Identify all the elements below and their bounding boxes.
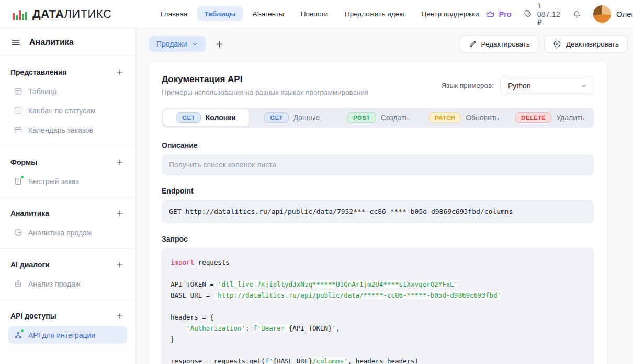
method-badge: GET — [264, 112, 289, 123]
sidebar-item[interactable]: Календарь заказов — [8, 121, 127, 139]
nav-item[interactable]: Центр поддержки — [414, 6, 485, 21]
code-line — [171, 301, 585, 312]
code-line: 'Authorization': f'Bearer {API_TOKEN}', — [171, 323, 585, 334]
menu-icon[interactable] — [10, 37, 21, 48]
method-badge: GET — [176, 112, 201, 123]
description-field[interactable]: Получить список колонок листа — [162, 154, 594, 175]
sidebar-item[interactable]: Анализ продаж — [8, 275, 127, 292]
coins-icon — [523, 9, 533, 19]
tab-label: Колонки — [206, 113, 236, 122]
top-header: ДАТАЛИТИКС ГлавнаяТаблицыAI-агентыНовост… — [0, 0, 633, 28]
sidebar-section: АналитикаАналитика продаж — [0, 198, 135, 249]
edit-button[interactable]: Редактировать — [460, 35, 539, 53]
page-title: Документация API — [162, 74, 368, 85]
user-name: Олег — [616, 9, 633, 18]
sidebar-section: ФормыБыстрый заказ — [0, 146, 135, 198]
sidebar-section-label: Формы — [10, 158, 37, 166]
sidebar-section: ПредставленияТаблицаКанбан по статусамКа… — [0, 56, 135, 146]
tab-delete[interactable]: DELETEУдалить — [507, 109, 593, 126]
view-tab-sales[interactable]: Продажи — [149, 36, 206, 52]
code-line: response = requests.get(f'{BASE_URL}/col… — [171, 356, 585, 364]
pencil-icon — [469, 40, 477, 48]
user-menu[interactable]: Олег — [593, 5, 633, 23]
code-line — [171, 268, 585, 279]
nav-item[interactable]: Предложить идею — [338, 6, 411, 21]
code-line: import requests — [171, 257, 585, 268]
workspace-title: Аналитика — [29, 38, 74, 47]
endpoint-label: Endpoint — [162, 187, 594, 195]
robot-icon — [14, 279, 22, 288]
tab-get[interactable]: GETДанные — [249, 109, 335, 126]
chevron-down-icon — [191, 41, 198, 48]
method-badge: DELETE — [515, 112, 551, 123]
sidebar-section-label: API доступы — [10, 312, 56, 320]
language-select[interactable]: Python — [500, 76, 594, 95]
code-line: } — [171, 334, 585, 345]
sidebar-item[interactable]: API для интеграции — [8, 326, 127, 344]
tab-patch[interactable]: PATCHОбновить — [421, 109, 507, 126]
balance[interactable]: 1 087.12 ₽ — [523, 2, 560, 27]
nav-item[interactable]: AI-агенты — [246, 6, 291, 21]
sidebar-item-label: Быстрый заказ — [28, 177, 79, 186]
plus-icon[interactable] — [115, 311, 125, 321]
sidebar-item[interactable]: Таблица — [8, 83, 127, 100]
request-code: import requests API_TOKEN = 'dtl_live_7K… — [162, 248, 594, 364]
code-line: API_TOKEN = 'dtl_live_7KjioltydJxNzq****… — [171, 279, 585, 290]
balance-value: 1 087.12 ₽ — [537, 2, 560, 27]
status-dot — [20, 175, 24, 179]
plus-icon[interactable] — [115, 67, 125, 77]
chevron-down-icon — [580, 82, 587, 89]
api-icon — [14, 331, 22, 339]
tab-post[interactable]: POSTСоздать — [335, 109, 421, 126]
code-line: BASE_URL = 'http://datalitics.ru/api/pub… — [171, 290, 585, 301]
nav-item[interactable]: Таблицы — [197, 6, 242, 21]
language-label: Язык примеров: — [442, 82, 494, 89]
plus-icon[interactable] — [115, 157, 125, 167]
doc-tabs: GETКолонкиGETДанныеPOSTСоздатьPATCHОбнов… — [162, 108, 594, 128]
app-logo[interactable]: ДАТАЛИТИКС — [13, 7, 133, 21]
kanban-icon — [14, 106, 22, 115]
bell-icon[interactable] — [572, 9, 582, 19]
plus-icon[interactable] — [115, 259, 125, 270]
code-line: headers = { — [171, 312, 585, 323]
sidebar-item-label: Таблица — [28, 87, 57, 96]
sidebar-item-label: Календарь заказов — [28, 126, 93, 134]
sidebar-section: AI диалогиАнализ продаж — [0, 249, 135, 300]
topbar-right: Pro 1 087.12 ₽ Олег — [485, 2, 633, 27]
deactivate-button-label: Деактивировать — [566, 40, 619, 48]
deactivate-button[interactable]: Деактивировать — [544, 35, 628, 53]
avatar — [593, 5, 611, 23]
deactivate-icon — [553, 40, 561, 48]
tab-label: Создать — [381, 113, 409, 122]
method-badge: PATCH — [429, 112, 461, 123]
sidebar-item-label: Аналитика продаж — [28, 229, 92, 237]
sidebar-item[interactable]: Быстрый заказ — [8, 173, 127, 190]
add-view-button[interactable] — [213, 38, 226, 51]
method-badge: POST — [347, 112, 376, 123]
view-tab-label: Продажи — [156, 40, 187, 48]
description-label: Описание — [162, 141, 594, 150]
request-label: Запрос — [162, 235, 594, 243]
nav-item[interactable]: Главная — [154, 6, 194, 21]
sidebar-section: API доступыAPI для интеграции — [0, 300, 135, 351]
main-content: Продажи Редактировать — [136, 28, 633, 364]
pro-label: Pro — [499, 10, 511, 18]
page-subtitle: Примеры использования на разных языках п… — [162, 88, 368, 96]
pro-badge[interactable]: Pro — [485, 9, 511, 19]
status-dot — [20, 329, 24, 333]
table-icon — [14, 87, 22, 96]
nav-item[interactable]: Новости — [294, 6, 335, 21]
sidebar-item[interactable]: Канбан по статусам — [8, 102, 127, 119]
code-line — [171, 345, 585, 356]
sidebar-section-label: Аналитика — [10, 209, 49, 218]
sidebar-item-label: Анализ продаж — [28, 280, 80, 288]
api-doc-card: Документация API Примеры использования н… — [149, 62, 607, 364]
tab-get[interactable]: GETКолонки — [163, 109, 249, 126]
tab-label: Данные — [293, 113, 320, 122]
main-nav: ГлавнаяТаблицыAI-агентыНовостиПредложить… — [154, 6, 485, 21]
logo-bars-icon — [13, 8, 27, 20]
form-icon — [14, 177, 22, 186]
sidebar: Аналитика ПредставленияТаблицаКанбан по … — [0, 28, 136, 364]
plus-icon[interactable] — [115, 208, 125, 219]
sidebar-item[interactable]: Аналитика продаж — [8, 224, 127, 241]
